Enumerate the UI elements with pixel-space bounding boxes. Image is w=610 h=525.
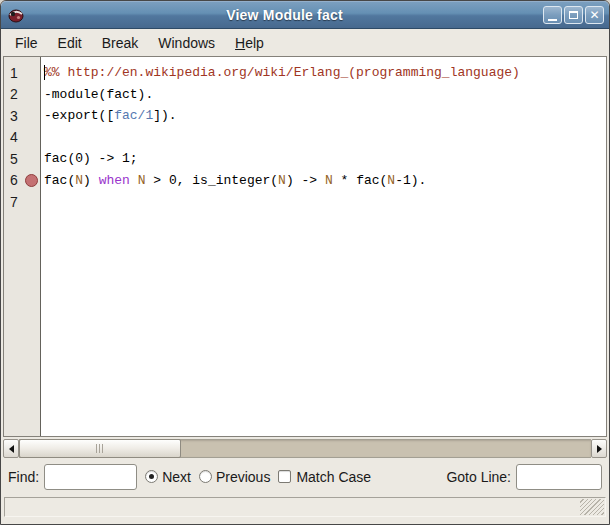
- scroll-left-button[interactable]: [3, 439, 19, 458]
- close-icon: ✕: [589, 9, 599, 21]
- breakpoint-marker[interactable]: [25, 174, 38, 187]
- find-previous-label[interactable]: Previous: [216, 469, 270, 485]
- code-line: %% http://en.wikipedia.org/wiki/Erlang_(…: [44, 62, 606, 84]
- statusbar: [4, 497, 606, 517]
- menu-item-windows[interactable]: Windows: [148, 32, 225, 54]
- minimize-button[interactable]: [543, 6, 562, 24]
- window-titlebar[interactable]: View Module fact ✕: [1, 1, 609, 29]
- line-number: 3: [4, 108, 22, 124]
- find-previous-radio[interactable]: [199, 470, 212, 483]
- code-lines[interactable]: %% http://en.wikipedia.org/wiki/Erlang_(…: [41, 57, 606, 436]
- code-line: [44, 127, 606, 149]
- maximize-icon: [569, 11, 578, 19]
- findbar: Find: Next Previous Match Case Goto Line…: [1, 458, 609, 495]
- line-number: 4: [4, 129, 22, 145]
- gutter-row[interactable]: 3: [4, 105, 40, 127]
- text-caret: [44, 65, 45, 80]
- line-number: 2: [4, 86, 22, 102]
- code-line: -export([fac/1]).: [44, 105, 606, 127]
- code-line: [44, 191, 606, 213]
- goto-line-input[interactable]: [516, 464, 602, 490]
- gutter-row[interactable]: 2: [4, 84, 40, 106]
- line-number: 1: [4, 65, 22, 81]
- find-next-label[interactable]: Next: [162, 469, 191, 485]
- scrollbar-thumb[interactable]: [19, 439, 181, 458]
- goto-line-label: Goto Line:: [446, 469, 511, 485]
- gutter-row[interactable]: 5: [4, 148, 40, 170]
- scrollbar-track[interactable]: [19, 439, 591, 458]
- horizontal-scrollbar: [3, 439, 607, 458]
- match-case-label[interactable]: Match Case: [296, 469, 371, 485]
- left-arrow-icon: [9, 445, 14, 453]
- app-icon[interactable]: [6, 6, 26, 24]
- minimize-icon: [548, 19, 557, 21]
- window-title: View Module fact: [26, 7, 543, 23]
- scroll-right-button[interactable]: [591, 439, 607, 458]
- code-line: fac(0) -> 1;: [44, 148, 606, 170]
- right-arrow-icon: [597, 445, 602, 453]
- line-number: 5: [4, 151, 22, 167]
- find-input[interactable]: [44, 464, 137, 490]
- find-next-radio[interactable]: [145, 470, 158, 483]
- match-case-checkbox[interactable]: [278, 470, 291, 483]
- code-editor[interactable]: 1234567 %% http://en.wikipedia.org/wiki/…: [3, 56, 607, 437]
- gutter-row[interactable]: 7: [4, 191, 40, 213]
- find-label: Find:: [8, 469, 39, 485]
- maximize-button[interactable]: [564, 6, 583, 24]
- resize-grip-icon[interactable]: [580, 499, 604, 515]
- menubar: FileEditBreakWindowsHelp: [1, 29, 609, 56]
- gutter-row[interactable]: 1: [4, 62, 40, 84]
- menu-item-break[interactable]: Break: [92, 32, 149, 54]
- code-line: -module(fact).: [44, 84, 606, 106]
- line-number: 7: [4, 194, 22, 210]
- menu-item-help[interactable]: Help: [225, 32, 274, 54]
- close-button[interactable]: ✕: [585, 6, 604, 24]
- menu-item-file[interactable]: File: [5, 32, 48, 54]
- view-module-window: View Module fact ✕ FileEditBreakWindowsH…: [0, 0, 610, 525]
- grip-icon: [96, 444, 104, 453]
- gutter-row[interactable]: 4: [4, 127, 40, 149]
- line-number: 6: [4, 172, 22, 188]
- menu-item-edit[interactable]: Edit: [48, 32, 92, 54]
- gutter: 1234567: [4, 57, 41, 436]
- code-line: fac(N) when N > 0, is_integer(N) -> N * …: [44, 170, 606, 192]
- gutter-row[interactable]: 6: [4, 170, 40, 192]
